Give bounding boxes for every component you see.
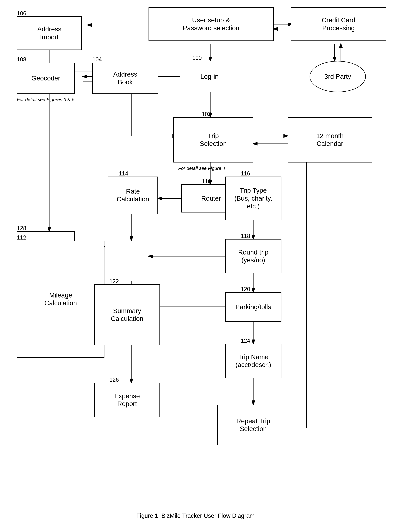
router-id: 110 [202, 178, 211, 185]
credit-card-label: Credit CardProcessing [322, 16, 355, 32]
rate-calc-box: RateCalculation [108, 177, 158, 214]
odometer-id: 128 [17, 225, 26, 231]
detail-note1: For detail see Figures 3 & 5 [17, 97, 75, 102]
diagram-container: AddressImport 106 User setup &Password s… [0, 0, 394, 532]
calendar-label: 12 monthCalendar [316, 132, 343, 148]
detail-note2: For detail see Figure 4 [178, 166, 225, 171]
rate-calc-label: RateCalculation [117, 188, 149, 203]
user-setup-label: User setup &Password selection [183, 16, 239, 32]
login-label: Log-in [200, 73, 219, 81]
round-trip-box: Round trip(yes/no) [225, 239, 281, 273]
address-import-box: AddressImport [17, 16, 82, 50]
third-party-oval: 3rd Party [310, 61, 366, 92]
third-party-label: 3rd Party [324, 73, 351, 80]
summary-calc-box: SummaryCalculation [94, 284, 160, 345]
mileage-calc-label: MileageCalculation [44, 292, 77, 307]
trip-name-box: Trip Name(acct/descr.) [225, 344, 281, 378]
geocoder-label: Geocoder [31, 74, 60, 82]
parking-tolls-label: Parking/tolls [235, 303, 271, 311]
trip-name-id: 124 [241, 338, 250, 344]
trip-selection-label: TripSelection [200, 132, 227, 148]
address-book-box: AddressBook [92, 63, 158, 94]
round-trip-label: Round trip(yes/no) [238, 248, 269, 264]
user-setup-box: User setup &Password selection [149, 7, 274, 41]
parking-tolls-id: 120 [241, 286, 250, 292]
address-book-id: 104 [92, 56, 102, 63]
calendar-box: 12 monthCalendar [288, 117, 372, 163]
address-book-label: AddressBook [113, 71, 137, 86]
login-id: 100 [192, 55, 202, 61]
summary-calc-id: 122 [109, 278, 119, 285]
address-import-id: 106 [17, 10, 26, 17]
router-label: Router [201, 194, 221, 202]
trip-type-box: Trip Type(Bus, charity,etc.) [225, 177, 281, 220]
parking-tolls-box: Parking/tolls [225, 292, 281, 322]
trip-name-label: Trip Name(acct/descr.) [235, 353, 271, 369]
rate-calc-id: 114 [119, 170, 128, 177]
trip-type-label: Trip Type(Bus, charity,etc.) [234, 187, 272, 210]
expense-report-id: 126 [109, 377, 119, 383]
trip-selection-box: TripSelection [173, 117, 253, 163]
trip-selection-id: 102 [202, 111, 211, 118]
round-trip-id: 118 [241, 233, 250, 239]
address-import-label: AddressImport [37, 25, 61, 41]
figure-caption: Figure 1. BizMile Tracker User Flow Diag… [94, 512, 297, 519]
trip-type-id: 116 [241, 170, 250, 177]
geocoder-box: Geocoder [17, 63, 75, 94]
summary-calc-label: SummaryCalculation [111, 307, 143, 323]
login-box: Log-in [180, 61, 239, 92]
repeat-trip-label: Repeat TripSelection [236, 417, 270, 433]
expense-report-label: ExpenseReport [114, 392, 140, 408]
geocoder-id: 108 [17, 56, 26, 63]
repeat-trip-box: Repeat TripSelection [217, 405, 289, 445]
mileage-calc-box: MileageCalculation [17, 240, 104, 358]
credit-card-box: Credit CardProcessing [291, 7, 386, 41]
mileage-calc-id: 112 [17, 234, 26, 241]
expense-report-box: ExpenseReport [94, 383, 160, 417]
